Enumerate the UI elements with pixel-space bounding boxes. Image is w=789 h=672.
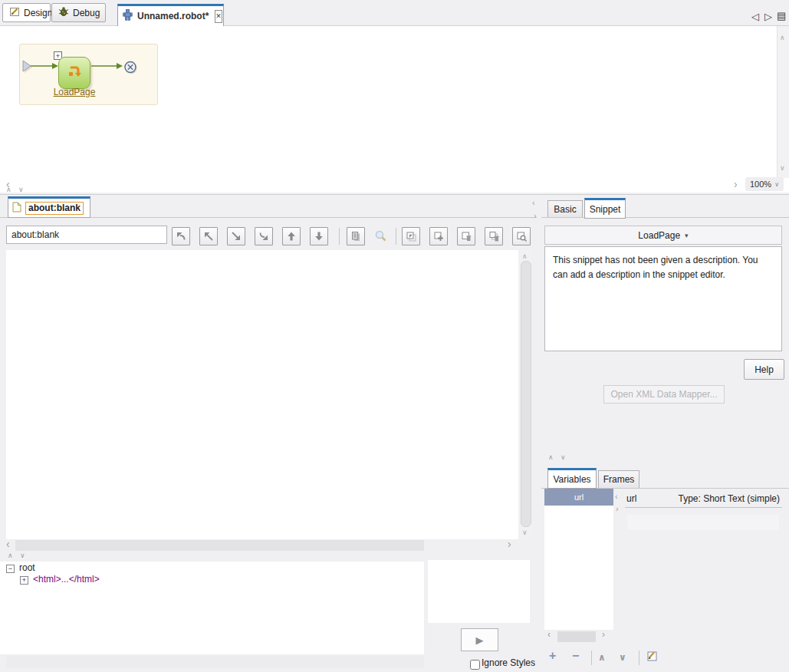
tab-variables[interactable]: Variables: [547, 468, 597, 489]
last-page-icon: [258, 231, 269, 242]
copy-page-button[interactable]: [347, 227, 365, 245]
goto-first-loaded-page-button[interactable]: [172, 227, 190, 245]
edit-variable-icon: [646, 649, 659, 663]
tree-collapse-icon[interactable]: −: [6, 565, 15, 573]
browser-hscroll-left-icon[interactable]: ‹: [6, 539, 10, 549]
tab-basic[interactable]: Basic: [547, 200, 583, 218]
design-mode-button[interactable]: Design: [2, 3, 51, 22]
detail-expand-right-icon[interactable]: ›: [616, 503, 619, 514]
tree-pane-up-icon[interactable]: ∧: [8, 552, 18, 559]
down-arrow-icon: [314, 231, 324, 242]
debug-mode-label: Debug: [73, 8, 100, 18]
browser-vscroll-thumb[interactable]: [521, 261, 531, 527]
snippet-name: LoadPage: [638, 230, 680, 241]
edit-variable-button[interactable]: [646, 649, 659, 665]
tree-expand-icon[interactable]: +: [20, 576, 28, 585]
loadpage-step-icon: [66, 64, 83, 82]
back-in-browser-button[interactable]: [199, 227, 218, 245]
tree-pane-down-icon[interactable]: ∨: [20, 552, 30, 559]
tab-scroll-right-icon[interactable]: ▷: [764, 12, 772, 21]
loadpage-step-node[interactable]: [58, 57, 90, 89]
variable-list-item[interactable]: url: [544, 489, 613, 506]
canvas-scroll-up-icon[interactable]: ∧: [780, 35, 785, 41]
tab-frames-label: Frames: [603, 474, 635, 485]
goto-last-loaded-page-button[interactable]: [255, 227, 273, 245]
varlist-hscroll-right-icon[interactable]: ›: [602, 629, 605, 640]
browser-view[interactable]: [6, 250, 518, 539]
open-window-button[interactable]: [402, 227, 420, 245]
parent-frame-button[interactable]: [282, 227, 301, 245]
debug-mode-button[interactable]: Debug: [51, 3, 106, 22]
copy-document-icon: [350, 231, 361, 242]
tab-snippet-label: Snippet: [590, 204, 621, 215]
up-arrow-icon: [286, 231, 297, 242]
canvas-scroll-right-icon[interactable]: ›: [734, 179, 738, 189]
move-variable-down-button[interactable]: ∨: [619, 652, 626, 663]
detail-collapse-left-icon[interactable]: ‹: [615, 491, 618, 502]
tab-frames[interactable]: Frames: [598, 470, 639, 489]
variable-detail-divider: [625, 507, 782, 508]
remove-variable-button[interactable]: −: [572, 649, 579, 663]
bottom-status-bar: [6, 656, 424, 668]
execute-button[interactable]: ▶: [461, 628, 498, 651]
help-button[interactable]: Help: [744, 359, 784, 380]
tab-snippet[interactable]: Snippet: [584, 198, 626, 219]
canvas-scroll-down-icon[interactable]: ∨: [780, 165, 785, 172]
design-mode-label: Design: [24, 8, 52, 18]
close-all-windows-button[interactable]: [485, 227, 503, 245]
varlist-hscroll-thumb[interactable]: [557, 631, 596, 642]
horizontal-splitter[interactable]: [0, 194, 789, 195]
move-variable-up-button[interactable]: ∧: [598, 652, 606, 663]
windows-delete-icon: [488, 231, 500, 242]
splitter-collapse-left-icon[interactable]: ‹: [532, 197, 535, 208]
mapper-button-label: Open XML Data Mapper...: [611, 389, 718, 400]
varlist-hscroll-left-icon[interactable]: ‹: [547, 629, 551, 640]
close-window-button[interactable]: [457, 227, 475, 245]
page-icon: [12, 202, 21, 215]
browser-hscroll-thumb[interactable]: [15, 540, 424, 551]
window-delete-icon: [461, 231, 472, 242]
zoom-level-select[interactable]: 100% ∨: [745, 177, 784, 191]
zoom-window-button[interactable]: [512, 227, 531, 245]
window-add-icon: [433, 231, 445, 242]
open-xml-data-mapper-button[interactable]: Open XML Data Mapper...: [603, 385, 725, 404]
debug-icon: [58, 6, 69, 19]
tree-root-item[interactable]: root: [19, 562, 35, 573]
back-arrow-icon: [203, 231, 214, 242]
tab-variables-label: Variables: [553, 474, 590, 485]
variables-pane-up-icon[interactable]: ∧: [548, 454, 558, 461]
canvas-vertical-scrollbar[interactable]: [777, 26, 789, 178]
chevron-down-icon: ▾: [685, 232, 689, 239]
pane-collapse-up-icon[interactable]: ∧: [6, 186, 16, 193]
tree-html-item[interactable]: <html>...</html>: [33, 574, 100, 585]
end-node-icon[interactable]: [123, 60, 138, 77]
splitter-expand-right-icon[interactable]: ›: [534, 210, 537, 221]
variable-list[interactable]: [544, 489, 613, 630]
variable-type-label: Type: Short Text (simple): [625, 493, 780, 504]
toolbar-separator: [591, 651, 592, 665]
variable-value-input[interactable]: [627, 515, 779, 530]
tab-scroll-left-icon[interactable]: ◁: [751, 12, 759, 21]
browser-tab[interactable]: about:blank: [8, 196, 90, 218]
child-frame-button[interactable]: [310, 227, 328, 245]
browser-scroll-up-icon[interactable]: ∧: [522, 253, 528, 260]
toolbar-separator: [339, 228, 340, 245]
play-icon: ▶: [476, 634, 484, 646]
first-page-icon: [176, 231, 186, 242]
browser-hscroll-right-icon[interactable]: ›: [508, 539, 511, 549]
step-label[interactable]: LoadPage: [45, 87, 104, 97]
ignore-styles-checkbox[interactable]: [470, 660, 480, 670]
browser-scroll-down-icon[interactable]: ∨: [522, 529, 528, 536]
find-in-page-button[interactable]: [374, 229, 388, 245]
close-tab-icon[interactable]: ✕: [215, 10, 222, 23]
add-variable-button[interactable]: +: [549, 649, 556, 663]
design-icon: [9, 6, 20, 19]
document-tab[interactable]: Unnamed.robot* ✕: [117, 4, 224, 26]
tab-list-icon[interactable]: ▤: [777, 11, 786, 21]
forward-in-browser-button[interactable]: [227, 227, 245, 245]
snippet-selector[interactable]: LoadPage ▾: [544, 226, 782, 245]
address-input[interactable]: [6, 226, 167, 244]
new-window-button[interactable]: [429, 227, 448, 245]
pane-collapse-down-icon[interactable]: ∨: [18, 186, 28, 193]
variables-pane-down-icon[interactable]: ∨: [561, 454, 570, 461]
